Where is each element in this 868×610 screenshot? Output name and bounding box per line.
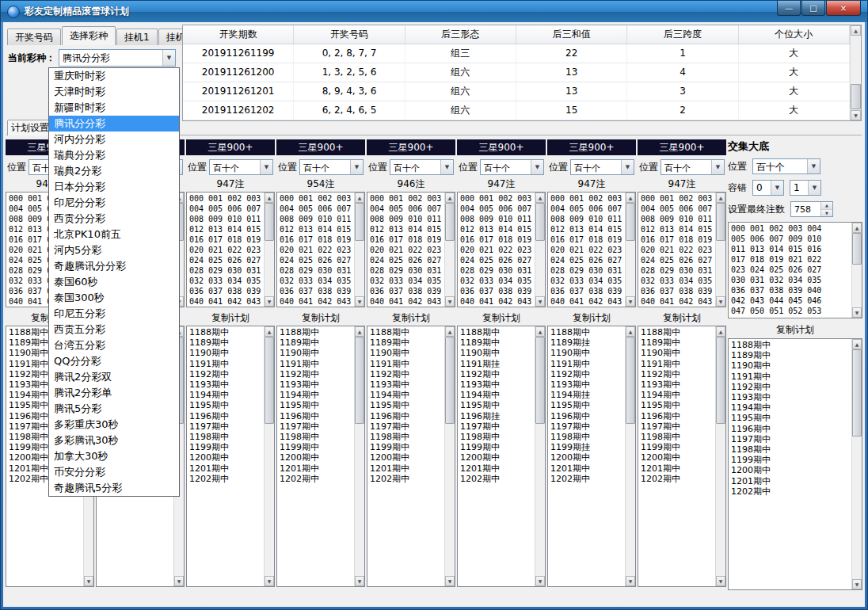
chevron-down-icon[interactable]: ▼ — [807, 159, 820, 173]
tolerance-combobox-max[interactable]: 1 ▼ — [790, 180, 821, 196]
spinner-down-icon[interactable]: ▼ — [821, 210, 832, 217]
scrollbar[interactable]: ▲▼ — [715, 193, 725, 307]
list-item[interactable]: 1191期挂 — [460, 359, 535, 369]
list-item[interactable]: 1197期中 — [460, 421, 535, 432]
list-item[interactable]: 1202期中 — [280, 474, 354, 484]
scroll-up-icon[interactable]: ▲ — [265, 326, 274, 337]
list-item[interactable]: 036 037 038 039 — [641, 286, 715, 296]
scrollbar-thumb[interactable] — [535, 337, 545, 424]
list-item[interactable]: 1201期中 — [460, 463, 535, 474]
list-item[interactable]: 000 001 002 003 — [641, 193, 715, 204]
list-item[interactable]: 1189期中 — [731, 350, 851, 360]
list-item[interactable]: 047 050 051 052 053 — [731, 306, 851, 316]
scroll-down-icon[interactable]: ▼ — [535, 296, 545, 307]
lottery-option[interactable]: 瑞典分分彩 — [49, 147, 179, 163]
list-item[interactable]: 036 037 038 039 040 — [731, 285, 851, 295]
list-item[interactable]: 1188期中 — [641, 327, 715, 337]
copy-plan-button[interactable]: 复制计划 — [276, 311, 365, 324]
periods-listbox[interactable]: 1188期中1189期中1190期中1191期中1192期中1193期中1194… — [186, 326, 275, 587]
scroll-up-icon[interactable]: ▲ — [265, 193, 274, 203]
copy-plan-button[interactable]: 复制计划 — [186, 311, 275, 324]
list-item[interactable]: 012 013 014 015 — [280, 224, 354, 234]
list-item[interactable]: 1201期中 — [731, 476, 851, 486]
scrollbar[interactable]: ▲▼ — [264, 326, 274, 586]
list-item[interactable]: 1196期中 — [280, 411, 354, 421]
scroll-up-icon[interactable]: ▲ — [445, 326, 455, 337]
scroll-down-icon[interactable]: ▼ — [355, 296, 364, 307]
chevron-down-icon[interactable]: ▼ — [162, 50, 175, 66]
scroll-down-icon[interactable]: ▼ — [716, 296, 725, 307]
list-item[interactable]: 1197期中 — [370, 421, 444, 432]
list-item[interactable]: 005 006 007 009 010 — [731, 234, 851, 244]
list-item[interactable]: 000 001 002 003 — [189, 193, 264, 204]
list-item[interactable]: 1190期中 — [550, 348, 625, 358]
list-item[interactable]: 000 001 002 003 — [370, 193, 444, 204]
list-item[interactable]: 1195期中 — [370, 400, 444, 410]
list-item[interactable]: 1189期中 — [460, 337, 535, 348]
list-item[interactable]: 008 009 010 011 — [641, 214, 715, 224]
scroll-down-icon[interactable]: ▼ — [445, 576, 455, 586]
list-item[interactable]: 1191期中 — [641, 359, 715, 369]
scrollbar[interactable]: ▲▼ — [444, 193, 455, 307]
scrollbar[interactable]: ▲▼ — [444, 326, 455, 586]
scrollbar-thumb[interactable] — [265, 203, 274, 241]
list-item[interactable]: 032 033 034 035 — [641, 276, 715, 286]
scrollbar-thumb[interactable] — [445, 337, 455, 424]
list-item[interactable]: 016 017 018 019 — [641, 234, 715, 245]
list-item[interactable]: 1199期中 — [280, 442, 354, 452]
list-item[interactable]: 1197期中 — [189, 421, 264, 432]
results-grid-scrollbar[interactable]: ▲ ▼ — [850, 25, 861, 120]
list-item[interactable]: 1192期中 — [460, 369, 535, 379]
list-item[interactable]: 1189期中 — [280, 337, 354, 348]
scroll-down-icon[interactable]: ▼ — [174, 576, 184, 586]
list-item[interactable]: 1193期中 — [731, 392, 851, 402]
scroll-up-icon[interactable]: ▲ — [852, 223, 862, 233]
scroll-down-icon[interactable]: ▼ — [626, 576, 635, 586]
list-item[interactable]: 1192期中 — [641, 369, 715, 379]
list-item[interactable]: 000 001 002 003 — [460, 193, 535, 204]
list-item[interactable]: 1196期中 — [731, 424, 851, 434]
list-item[interactable]: 023 024 025 026 027 — [731, 265, 851, 275]
list-item[interactable]: 004 005 006 007 — [370, 204, 444, 214]
numbers-listbox[interactable]: 000 001 002 003004 005 006 007008 009 01… — [547, 192, 636, 307]
list-item[interactable]: 1194期中 — [460, 390, 535, 400]
list-item[interactable]: 1202期中 — [460, 474, 535, 484]
scroll-up-icon[interactable]: ▲ — [535, 193, 545, 203]
list-item[interactable]: 011 013 014 015 016 — [731, 244, 851, 254]
scroll-down-icon[interactable]: ▼ — [535, 576, 545, 586]
scrollbar-thumb[interactable] — [851, 84, 861, 109]
periods-listbox[interactable]: 1188期中1189期中1190期中1191期中1192期中1193期中1194… — [367, 326, 455, 587]
scrollbar-thumb[interactable] — [852, 349, 862, 437]
list-item[interactable]: 1191期中 — [280, 359, 354, 369]
copy-plan-button[interactable]: 复制计划 — [457, 311, 546, 324]
list-item[interactable]: 1195期中 — [189, 400, 264, 410]
maximize-button[interactable]: □ — [801, 1, 825, 16]
list-item[interactable]: 1194期挂 — [550, 390, 625, 400]
list-item[interactable]: 1201期中 — [641, 463, 715, 474]
scroll-down-icon[interactable]: ▼ — [851, 110, 861, 120]
scrollbar[interactable]: ▲▼ — [625, 193, 635, 307]
scrollbar-thumb[interactable] — [535, 203, 545, 241]
list-item[interactable]: 012 013 014 015 — [550, 224, 625, 234]
list-item[interactable]: 1195期中 — [280, 400, 354, 410]
list-item[interactable]: 024 025 026 027 — [189, 255, 264, 265]
list-item[interactable]: 042 043 044 045 046 — [731, 295, 851, 306]
list-item[interactable]: 1193期中 — [641, 379, 715, 390]
scrollbar-thumb[interactable] — [716, 203, 725, 241]
position-combobox[interactable]: 百十个▼ — [299, 159, 364, 175]
list-item[interactable]: 020 021 022 023 — [370, 245, 444, 255]
list-item[interactable]: 040 041 042 043 — [550, 296, 625, 307]
list-item[interactable]: 1191期中 — [189, 359, 264, 369]
list-item[interactable]: 1193期中 — [280, 379, 354, 390]
list-item[interactable]: 036 037 038 039 — [189, 286, 264, 296]
table-row[interactable]: 2019112611990, 2, 8, 7, 7组三221大 — [183, 44, 850, 63]
list-item[interactable]: 1196期中 — [370, 411, 444, 421]
position-combobox[interactable]: 百十个▼ — [390, 159, 454, 175]
list-item[interactable]: 1193期中 — [550, 379, 625, 390]
list-item[interactable]: 1188期中 — [280, 327, 354, 337]
scroll-down-icon[interactable]: ▼ — [355, 576, 364, 586]
list-item[interactable]: 1197期中 — [280, 421, 354, 432]
list-item[interactable]: 016 017 018 019 — [280, 234, 354, 245]
list-item[interactable]: 020 021 022 023 — [280, 245, 354, 255]
list-item[interactable]: 040 041 042 043 — [280, 296, 354, 307]
